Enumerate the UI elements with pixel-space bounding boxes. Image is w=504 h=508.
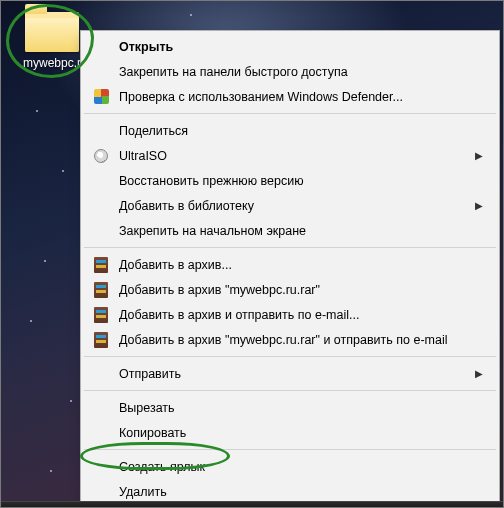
menu-label: Поделиться bbox=[119, 124, 483, 138]
menu-rar-add[interactable]: Добавить в архив... bbox=[83, 252, 497, 277]
blank-icon bbox=[91, 171, 111, 191]
blank-icon bbox=[91, 482, 111, 502]
blank-icon bbox=[91, 62, 111, 82]
folder-icon bbox=[25, 12, 79, 52]
menu-share[interactable]: Поделиться bbox=[83, 118, 497, 143]
blank-icon bbox=[91, 457, 111, 477]
desktop-background: mywebpc.r Открыть Закрепить на панели бы… bbox=[0, 0, 504, 508]
menu-restore-previous[interactable]: Восстановить прежнюю версию bbox=[83, 168, 497, 193]
blank-icon bbox=[91, 364, 111, 384]
menu-rar-email[interactable]: Добавить в архив и отправить по e-mail..… bbox=[83, 302, 497, 327]
menu-label: Закрепить на панели быстрого доступа bbox=[119, 65, 483, 79]
menu-separator bbox=[84, 390, 496, 391]
menu-add-to-library[interactable]: Добавить в библиотеку ▶ bbox=[83, 193, 497, 218]
menu-label: Восстановить прежнюю версию bbox=[119, 174, 483, 188]
menu-ultraiso[interactable]: UltraISO ▶ bbox=[83, 143, 497, 168]
folder-label: mywebpc.r bbox=[14, 56, 90, 70]
menu-separator bbox=[84, 247, 496, 248]
blank-icon bbox=[91, 37, 111, 57]
menu-label: Добавить в архив "mywebpc.ru.rar" bbox=[119, 283, 483, 297]
menu-cut[interactable]: Вырезать bbox=[83, 395, 497, 420]
menu-label: Добавить в библиотеку bbox=[119, 199, 465, 213]
menu-separator bbox=[84, 356, 496, 357]
blank-icon bbox=[91, 221, 111, 241]
menu-create-shortcut[interactable]: Создать ярлык bbox=[83, 454, 497, 479]
menu-label: Добавить в архив и отправить по e-mail..… bbox=[119, 308, 483, 322]
menu-label: Вырезать bbox=[119, 401, 483, 415]
blank-icon bbox=[91, 196, 111, 216]
menu-rar-named-email[interactable]: Добавить в архив "mywebpc.ru.rar" и отпр… bbox=[83, 327, 497, 352]
disc-icon bbox=[91, 146, 111, 166]
desktop-folder[interactable]: mywebpc.r bbox=[14, 12, 90, 70]
menu-label: Удалить bbox=[119, 485, 483, 499]
defender-shield-icon bbox=[91, 87, 111, 107]
menu-label: Добавить в архив "mywebpc.ru.rar" и отпр… bbox=[119, 333, 483, 347]
blank-icon bbox=[91, 121, 111, 141]
menu-separator bbox=[84, 449, 496, 450]
menu-label: UltraISO bbox=[119, 149, 465, 163]
menu-label: Открыть bbox=[119, 40, 483, 54]
winrar-icon bbox=[91, 330, 111, 350]
winrar-icon bbox=[91, 280, 111, 300]
menu-label: Копировать bbox=[119, 426, 483, 440]
menu-send-to[interactable]: Отправить ▶ bbox=[83, 361, 497, 386]
menu-pin-start[interactable]: Закрепить на начальном экране bbox=[83, 218, 497, 243]
menu-label: Отправить bbox=[119, 367, 465, 381]
menu-label: Добавить в архив... bbox=[119, 258, 483, 272]
menu-defender-scan[interactable]: Проверка с использованием Windows Defend… bbox=[83, 84, 497, 109]
menu-open[interactable]: Открыть bbox=[83, 34, 497, 59]
submenu-arrow-icon: ▶ bbox=[475, 368, 483, 379]
context-menu: Открыть Закрепить на панели быстрого дос… bbox=[80, 30, 500, 508]
menu-separator bbox=[84, 113, 496, 114]
menu-label: Закрепить на начальном экране bbox=[119, 224, 483, 238]
submenu-arrow-icon: ▶ bbox=[475, 150, 483, 161]
winrar-icon bbox=[91, 255, 111, 275]
blank-icon bbox=[91, 398, 111, 418]
menu-rar-add-named[interactable]: Добавить в архив "mywebpc.ru.rar" bbox=[83, 277, 497, 302]
menu-label: Создать ярлык bbox=[119, 460, 483, 474]
taskbar[interactable] bbox=[0, 501, 504, 508]
menu-label: Проверка с использованием Windows Defend… bbox=[119, 90, 483, 104]
blank-icon bbox=[91, 423, 111, 443]
menu-copy[interactable]: Копировать bbox=[83, 420, 497, 445]
submenu-arrow-icon: ▶ bbox=[475, 200, 483, 211]
winrar-icon bbox=[91, 305, 111, 325]
menu-pin-quick-access[interactable]: Закрепить на панели быстрого доступа bbox=[83, 59, 497, 84]
